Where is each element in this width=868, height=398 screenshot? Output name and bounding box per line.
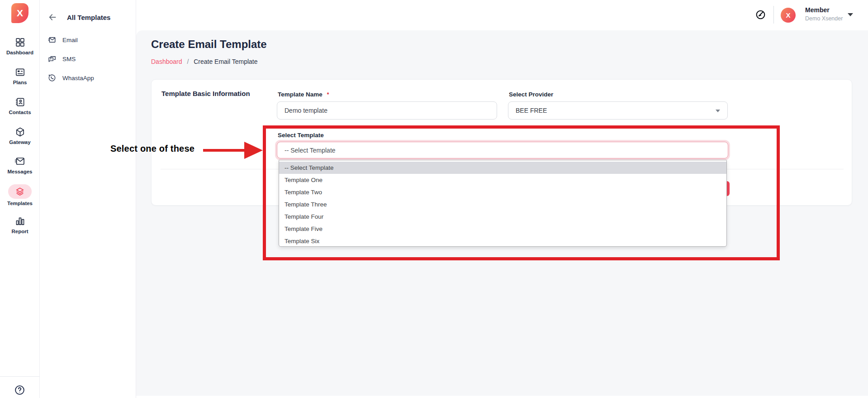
dropdown-option[interactable]: Template Two <box>279 186 726 198</box>
breadcrumb: Dashboard / Create Email Template <box>151 58 258 65</box>
email-icon <box>48 36 56 44</box>
dropdown-option[interactable]: Template Six <box>279 235 726 247</box>
dashboard-icon <box>0 36 40 48</box>
sidebar-item-label: Dashboard <box>0 50 40 55</box>
sidebar-item-label: Gateway <box>0 139 40 145</box>
logo-letter: X <box>17 8 23 19</box>
dropdown-option[interactable]: Template Five <box>279 223 726 235</box>
sidebar-divider <box>0 376 40 377</box>
breadcrumb-separator: / <box>187 58 189 65</box>
sidebar-item-whatsapp[interactable]: WhastaApp <box>48 74 94 82</box>
active-pill <box>8 184 32 199</box>
sms-icon <box>48 55 56 63</box>
sidebar-item-report[interactable]: Report <box>0 215 40 234</box>
sidebar-item-label: Templates <box>0 201 40 206</box>
report-icon <box>0 215 40 227</box>
primary-sidebar: X Dashboard Plans <box>0 0 40 398</box>
sidebar-item-label: Email <box>62 37 78 43</box>
template-select-dropdown: -- Select Template Template One Template… <box>279 160 727 247</box>
whatsapp-icon <box>48 74 56 82</box>
provider-select[interactable]: BEE FREE <box>508 101 728 120</box>
sidebar-item-label: Messages <box>0 169 40 174</box>
dropdown-option[interactable]: -- Select Template <box>279 162 726 174</box>
sidebar-item-sms[interactable]: SMS <box>48 55 76 63</box>
secondary-sidebar-title: All Templates <box>67 14 110 21</box>
breadcrumb-dashboard-link[interactable]: Dashboard <box>151 58 182 65</box>
user-role: Member <box>805 6 830 14</box>
app-logo[interactable]: X <box>11 3 28 23</box>
provider-value: BEE FREE <box>516 107 547 114</box>
templates-icon <box>15 187 25 197</box>
avatar[interactable]: X <box>781 8 796 23</box>
dropdown-option[interactable]: Template Three <box>279 198 726 211</box>
messages-icon <box>0 155 40 167</box>
sidebar-item-label: Report <box>0 229 40 234</box>
template-select[interactable]: -- Select Template <box>277 142 728 158</box>
template-name-input[interactable] <box>277 101 497 120</box>
secondary-sidebar: All Templates Email SMS WhastaAp <box>40 0 136 398</box>
sidebar-item-dashboard[interactable]: Dashboard <box>0 36 40 55</box>
sidebar-item-email[interactable]: Email <box>48 36 78 44</box>
sidebar-item-messages[interactable]: Messages <box>0 155 40 174</box>
select-provider-label: Select Provider <box>509 91 553 98</box>
sidebar-item-label: WhastaApp <box>62 75 94 82</box>
plans-icon <box>0 66 40 78</box>
chevron-down-icon[interactable] <box>848 13 853 16</box>
header-divider <box>773 6 774 24</box>
sidebar-item-plans[interactable]: Plans <box>0 66 40 85</box>
section-title: Template Basic Information <box>161 90 250 97</box>
template-select-value: -- Select Template <box>285 147 336 154</box>
sidebar-item-contacts[interactable]: Contacts <box>0 96 40 115</box>
help-icon[interactable] <box>14 384 25 396</box>
template-name-label: Template Name* <box>278 91 329 98</box>
contacts-icon <box>0 96 40 108</box>
annotation-text: Select one of these <box>110 144 194 154</box>
gateway-icon <box>0 126 40 138</box>
dropdown-option[interactable]: Template Four <box>279 211 726 223</box>
select-template-label: Select Template <box>278 132 324 139</box>
sidebar-item-label: Plans <box>0 80 40 85</box>
chevron-down-icon <box>716 110 720 112</box>
avatar-letter: X <box>786 11 790 19</box>
sidebar-item-label: Contacts <box>0 110 40 115</box>
globe-icon[interactable] <box>755 10 766 20</box>
user-name: Demo Xsender <box>805 15 843 22</box>
breadcrumb-current: Create Email Template <box>194 58 257 65</box>
sidebar-item-gateway[interactable]: Gateway <box>0 126 40 145</box>
required-asterisk: * <box>327 91 329 98</box>
sidebar-item-templates[interactable]: Templates <box>0 184 40 206</box>
sidebar-item-label: SMS <box>62 56 76 62</box>
dropdown-option[interactable]: Template One <box>279 174 726 186</box>
back-arrow-icon[interactable] <box>48 13 57 22</box>
page-title: Create Email Template <box>151 38 267 51</box>
